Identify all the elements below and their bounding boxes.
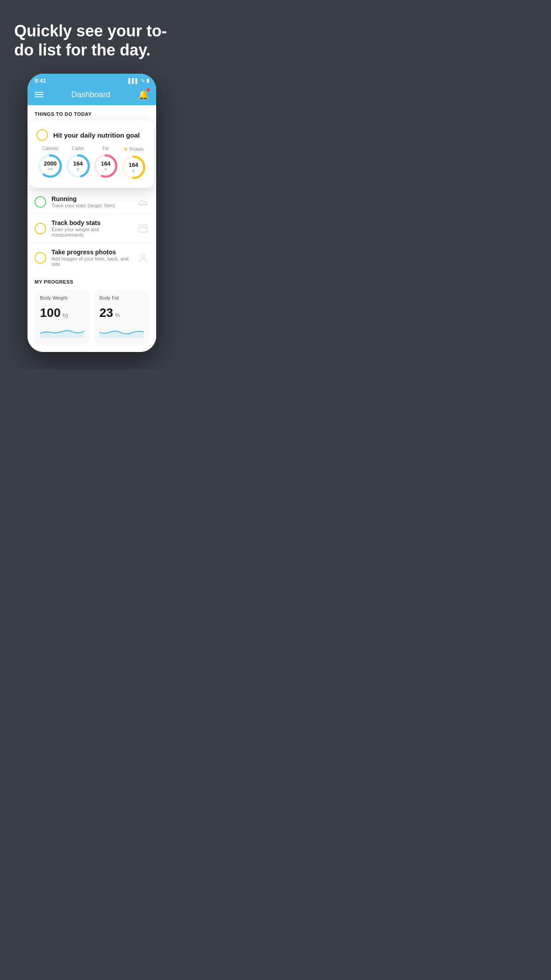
body-fat-label: Body Fat	[99, 295, 144, 300]
running-subtitle: Track your stats (target: 5km)	[51, 203, 131, 208]
body-fat-chart	[99, 324, 144, 338]
phone-wrapper: 9:41 ▌▌▌ ∿ ▮ Dashboard 🔔 THINGS TO DO	[0, 74, 184, 370]
photos-text: Take progress photos Add images of your …	[51, 249, 131, 267]
body-fat-unit: %	[115, 312, 120, 318]
body-weight-unit: kg	[63, 312, 68, 318]
fat-label: Fat	[102, 146, 109, 151]
hero-section: Quickly see your to-do list for the day.	[0, 0, 184, 74]
status-time: 9:41	[35, 77, 46, 84]
body-weight-card[interactable]: Body Weight 100 kg	[35, 290, 90, 345]
calories-value: 2000 cal	[44, 161, 57, 171]
protein-label: ★ Protein	[123, 146, 144, 152]
nav-title: Dashboard	[71, 90, 110, 99]
bell-notification-dot	[147, 88, 150, 91]
shoe-icon	[137, 196, 149, 208]
fat-value: 164 g	[101, 161, 110, 171]
list-item[interactable]: Running Track your stats (target: 5km)	[28, 190, 156, 213]
signal-icon: ▌▌▌	[129, 78, 139, 83]
protein-donut: 164 g	[120, 154, 147, 181]
progress-header: MY PROGRESS	[35, 279, 149, 285]
bodystats-checkbox[interactable]	[35, 223, 46, 234]
nutrition-card: Hit your daily nutrition goal Calories	[29, 120, 154, 188]
svg-point-11	[141, 254, 145, 257]
carbs-value: 164 g	[73, 161, 83, 171]
things-section-header: THINGS TO DO TODAY	[28, 105, 156, 120]
bell-button[interactable]: 🔔	[138, 89, 149, 100]
wifi-icon: ∿	[141, 78, 145, 83]
bodystats-text: Track body stats Enter your weight and m…	[51, 219, 131, 237]
nutrition-carbs: Carbs 164 g	[65, 146, 91, 181]
nutrition-protein: ★ Protein 164 g	[120, 146, 147, 181]
todo-list: Running Track your stats (target: 5km)	[28, 179, 156, 272]
phone-frame: 9:41 ▌▌▌ ∿ ▮ Dashboard 🔔 THINGS TO DO	[28, 74, 156, 352]
person-icon	[137, 252, 149, 264]
body-weight-chart	[40, 324, 84, 338]
calories-donut: 2000 cal	[37, 153, 63, 179]
running-title: Running	[51, 195, 131, 202]
status-icons: ▌▌▌ ∿ ▮	[129, 78, 149, 83]
progress-cards: Body Weight 100 kg Body Fat	[35, 290, 149, 345]
scale-icon	[137, 222, 149, 235]
body-fat-value: 23	[99, 306, 113, 320]
menu-button[interactable]	[35, 92, 43, 97]
body-fat-value-row: 23 %	[99, 306, 144, 320]
body-fat-card[interactable]: Body Fat 23 %	[94, 290, 149, 345]
hero-title: Quickly see your to-do list for the day.	[14, 21, 169, 59]
carbs-label: Carbs	[72, 146, 84, 151]
photos-checkbox[interactable]	[35, 252, 46, 264]
nutrition-checkbox[interactable]	[36, 129, 48, 141]
protein-star-icon: ★	[123, 146, 128, 152]
bodystats-title: Track body stats	[51, 219, 131, 226]
nutrition-card-header: Hit your daily nutrition goal	[36, 129, 147, 141]
battery-icon: ▮	[146, 78, 149, 83]
body-weight-label: Body Weight	[40, 295, 84, 300]
nutrition-title: Hit your daily nutrition goal	[53, 131, 140, 139]
nav-bar: Dashboard 🔔	[28, 86, 156, 105]
protein-value: 164 g	[129, 162, 138, 173]
running-checkbox[interactable]	[35, 196, 46, 208]
nutrition-fat: Fat 164 g	[92, 146, 119, 181]
nutrition-metrics-row: Calories 2000 cal	[36, 146, 147, 181]
progress-section: MY PROGRESS Body Weight 100 kg	[28, 272, 156, 352]
photos-subtitle: Add images of your front, back, and side	[51, 256, 131, 267]
running-text: Running Track your stats (target: 5km)	[51, 195, 131, 208]
list-item[interactable]: Take progress photos Add images of your …	[28, 243, 156, 272]
main-content: THINGS TO DO TODAY Hit your daily nutrit…	[28, 105, 156, 352]
bodystats-subtitle: Enter your weight and measurements	[51, 227, 131, 237]
body-weight-value-row: 100 kg	[40, 306, 84, 320]
fat-donut: 164 g	[92, 153, 119, 179]
body-weight-value: 100	[40, 306, 61, 320]
svg-point-10	[142, 225, 144, 227]
photos-title: Take progress photos	[51, 249, 131, 256]
carbs-donut: 164 g	[65, 153, 91, 179]
list-item[interactable]: Track body stats Enter your weight and m…	[28, 213, 156, 243]
calories-label: Calories	[42, 146, 59, 151]
nutrition-calories: Calories 2000 cal	[37, 146, 63, 181]
status-bar: 9:41 ▌▌▌ ∿ ▮	[28, 74, 156, 86]
